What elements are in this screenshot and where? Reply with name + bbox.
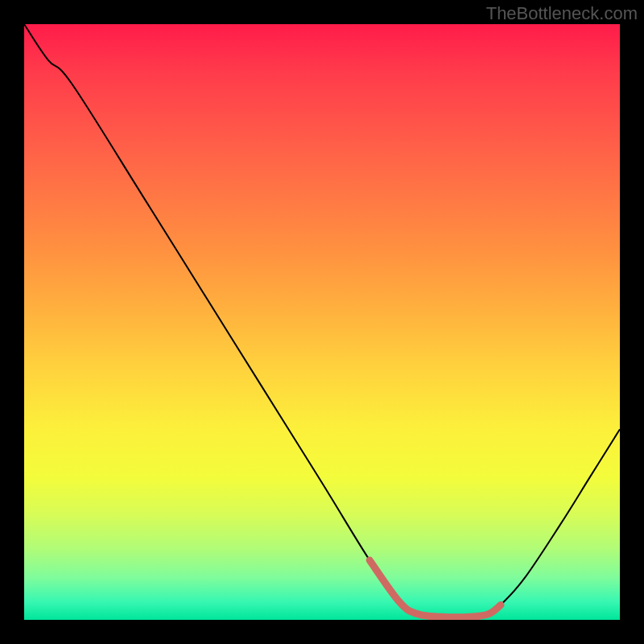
bottleneck-curve <box>24 24 620 617</box>
chart-container: TheBottleneck.com <box>0 0 644 644</box>
plot-area <box>24 24 620 620</box>
watermark-text: TheBottleneck.com <box>486 3 638 24</box>
highlight-segment <box>369 560 501 617</box>
curve-layer <box>24 24 620 620</box>
